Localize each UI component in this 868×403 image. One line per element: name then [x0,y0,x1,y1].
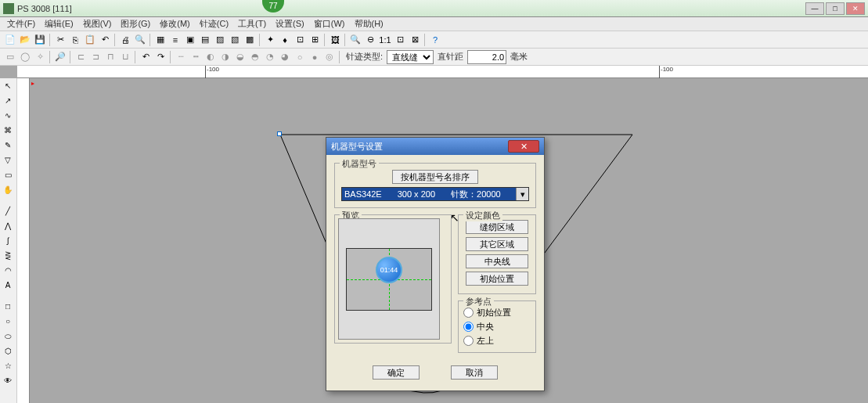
copy-icon[interactable]: ⎘ [68,33,82,47]
tool3-icon[interactable]: ▩ [243,33,257,47]
shape-handle[interactable] [277,131,282,136]
layer-icon[interactable]: ▤ [198,33,212,47]
radio-init-row[interactable]: 初始位置 [463,307,531,318]
circle-icon[interactable]: ○ [0,314,16,329]
sort-button[interactable]: 按机器型号名排序 [392,170,478,184]
center-line-button[interactable]: 中央线 [466,254,528,268]
seg4-icon[interactable]: ⊔ [118,50,132,64]
init-pos-button[interactable]: 初始位置 [466,272,528,286]
find-icon[interactable]: 🔎 [53,50,67,64]
cancel-button[interactable]: 取消 [451,365,498,380]
poly-icon[interactable]: ⬡ [0,344,16,358]
zoom-1-1-icon[interactable]: 1:1 [378,33,392,47]
misc6-icon[interactable]: ◕ [278,50,292,64]
menu-tools[interactable]: 工具(T) [234,17,270,31]
close-button[interactable]: ✕ [846,2,865,15]
star-icon[interactable]: ☆ [0,358,16,373]
radio-topleft[interactable] [463,336,474,346]
tool5-icon[interactable]: ⊞ [308,33,322,47]
spline-icon[interactable]: ∫ [0,233,16,248]
pointer-icon[interactable]: ↖ [0,78,16,93]
group-icon[interactable]: ▣ [183,33,197,47]
new-icon[interactable]: 📄 [3,33,17,47]
misc3-icon[interactable]: ◒ [233,50,247,64]
menu-modify[interactable]: 修改(M) [156,17,194,31]
menu-view[interactable]: 视图(V) [79,17,116,31]
cut-icon[interactable]: ✂ [53,33,67,47]
dialog-titlebar[interactable]: 机器型号设置 ✕ [326,138,544,155]
tool-icon[interactable]: ▨ [213,33,227,47]
radio-topleft-row[interactable]: 左上 [463,335,531,347]
undo-icon[interactable]: ↶ [98,33,112,47]
zoom-sel-icon[interactable]: ⊠ [408,33,422,47]
menu-edit[interactable]: 编辑(E) [41,17,77,31]
seg1-icon[interactable]: ⊏ [74,50,88,64]
eye-icon[interactable]: 👁 [0,373,16,388]
zoom-in-icon[interactable]: 🔍 [348,33,362,47]
misc4-icon[interactable]: ◓ [248,50,262,64]
radio-center-row[interactable]: 中央 [463,321,531,333]
misc5-icon[interactable]: ◔ [263,50,277,64]
flame-icon[interactable]: ♦ [278,33,292,47]
text-icon[interactable]: A [0,278,16,293]
dialog-close-button[interactable]: ✕ [508,140,539,153]
dash2-icon[interactable]: ┅ [189,50,203,64]
radio-center[interactable] [463,322,474,332]
pitch-input[interactable] [467,50,506,64]
sew-area-button[interactable]: 缝纫区域 [466,220,528,234]
other-area-button[interactable]: 其它区域 [466,237,528,251]
menu-window[interactable]: 窗口(W) [310,17,349,31]
paste-icon[interactable]: 📋 [83,33,97,47]
ellipse-icon[interactable]: ⬭ [0,329,16,344]
preview-icon[interactable]: 🔍 [133,33,147,47]
ok-button[interactable]: 确定 [373,365,420,380]
rect2-icon[interactable]: □ [0,299,16,314]
lasso-icon[interactable]: ◯ [18,50,32,64]
polyline-icon[interactable]: ⋀ [0,218,16,233]
zoom-fit-icon[interactable]: ⊡ [393,33,407,47]
dash-icon[interactable]: ┄ [174,50,188,64]
anchor-icon[interactable]: ⌘ [0,123,16,138]
node-tool-icon[interactable]: ↗ [0,93,16,108]
pen-icon[interactable]: ✎ [0,138,16,153]
stitch-type-select[interactable]: 直线缝 [387,50,434,64]
maximize-button[interactable]: □ [826,2,845,15]
seg2-icon[interactable]: ⊐ [88,50,103,64]
zigzag-icon[interactable]: ⋛ [0,248,16,263]
open-icon[interactable]: 📂 [18,33,32,47]
seg3-icon[interactable]: ⊓ [103,50,117,64]
needle-icon[interactable]: ✦ [263,33,277,47]
curve-icon[interactable]: ∿ [0,108,16,123]
chevron-down-icon[interactable]: ▾ [516,188,528,200]
tool2-icon[interactable]: ▧ [228,33,242,47]
menu-graphic[interactable]: 图形(G) [117,17,154,31]
rect-icon[interactable]: ▭ [0,167,16,182]
menu-file[interactable]: 文件(F) [3,17,39,31]
misc8-icon[interactable]: ● [308,50,322,64]
menu-help[interactable]: 帮助(H) [351,17,387,31]
zoom-out-icon[interactable]: ⊖ [363,33,377,47]
misc2-icon[interactable]: ◑ [218,50,232,64]
undo2-icon[interactable]: ↶ [139,50,153,64]
print-icon[interactable]: 🖨 [118,33,132,47]
menu-settings[interactable]: 设置(S) [272,17,308,31]
align-icon[interactable]: ≡ [168,33,182,47]
minimize-button[interactable]: — [805,2,824,15]
misc7-icon[interactable]: ○ [293,50,307,64]
tool4-icon[interactable]: ⊡ [293,33,307,47]
select-icon[interactable]: ▭ [3,50,17,64]
arc-icon[interactable]: ◠ [0,263,16,278]
help-icon[interactable]: ? [428,33,442,47]
menu-stitch[interactable]: 针迹(C) [196,17,232,31]
misc1-icon[interactable]: ◐ [203,50,218,64]
grid-icon[interactable]: ▦ [153,33,167,47]
shape-icon[interactable]: ▽ [0,153,16,167]
save-icon[interactable]: 💾 [33,33,47,47]
model-combo[interactable]: BAS342E 300 x 200 针数： 20000 ▾ [341,187,529,201]
radio-init[interactable] [463,308,474,318]
node-icon[interactable]: ✧ [33,50,47,64]
hand-icon[interactable]: ✋ [0,182,16,197]
misc9-icon[interactable]: ◎ [322,50,337,64]
image-icon[interactable]: 🖼 [328,33,342,47]
line-icon[interactable]: ╱ [0,203,16,218]
